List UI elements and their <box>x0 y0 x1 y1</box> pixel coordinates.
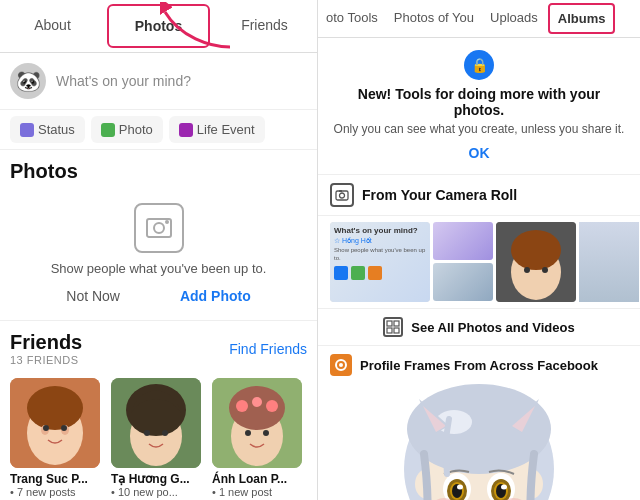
photo-label: Photo <box>119 122 153 137</box>
svg-point-19 <box>236 400 248 412</box>
photo-placeholder-icon <box>134 203 184 253</box>
photos-section-title: Photos <box>0 150 317 187</box>
svg-rect-26 <box>339 190 342 192</box>
photo-promo-text: Show people what you've been up to. <box>51 261 267 276</box>
status-icon <box>20 123 34 137</box>
svg-point-6 <box>27 386 83 430</box>
camera-roll-header: From Your Camera Roll <box>318 175 640 216</box>
friends-grid: Trang Suc P... • 7 new posts Tạ Hương G.… <box>0 370 317 500</box>
strip-main-photo[interactable]: What's on your mind? ☆ Hồng Hốt Show peo… <box>330 222 430 302</box>
tab-photos[interactable]: Photos <box>107 4 210 48</box>
see-all-text: See All Photos and Videos <box>411 320 574 335</box>
user-status-bar: 🐼 What's on your mind? <box>0 53 317 110</box>
camera-roll-title: From Your Camera Roll <box>362 187 517 203</box>
photo-promo: Show people what you've been up to. Not … <box>0 187 317 321</box>
list-item: Tạ Hương G... • 10 new po... <box>111 378 206 498</box>
event-label: Life Event <box>197 122 255 137</box>
photo-strip: What's on your mind? ☆ Hồng Hốt Show peo… <box>318 216 640 309</box>
svg-rect-33 <box>394 321 399 326</box>
svg-point-53 <box>457 485 463 490</box>
status-prompt[interactable]: What's on your mind? <box>56 73 191 89</box>
strip-extra-photo[interactable] <box>579 222 639 302</box>
svg-point-25 <box>340 193 345 198</box>
svg-point-3 <box>165 220 169 224</box>
tab-about[interactable]: About <box>2 4 103 48</box>
svg-point-22 <box>245 430 251 436</box>
tab-uploads[interactable]: Uploads <box>482 0 546 37</box>
frames-icon <box>330 354 352 376</box>
profile-frames-title: Profile Frames From Across Facebook <box>360 358 598 373</box>
friend-photo-3 <box>212 378 302 468</box>
status-label: Status <box>38 122 75 137</box>
tab-photos-of-you[interactable]: Photos of You <box>386 0 482 37</box>
event-button[interactable]: Life Event <box>169 116 265 143</box>
svg-rect-35 <box>394 328 399 333</box>
photo-icon <box>101 123 115 137</box>
svg-point-58 <box>501 485 507 490</box>
friend-posts-2: • 10 new po... <box>111 486 178 498</box>
action-row: Status Photo Life Event <box>0 110 317 150</box>
notification-box: 🔒 New! Tools for doing more with your ph… <box>318 38 640 175</box>
tab-friends[interactable]: Friends <box>214 4 315 48</box>
event-icon <box>179 123 193 137</box>
friend-name-2: Tạ Hương G... <box>111 472 190 486</box>
top-tabs: About Photos Friends <box>0 0 317 53</box>
friends-count: 13 FRIENDS <box>10 354 82 366</box>
list-item: Ánh Loan P... • 1 new post <box>212 378 307 498</box>
svg-rect-34 <box>387 328 392 333</box>
strip-thumb-2[interactable] <box>433 263 493 301</box>
camera-icon <box>330 183 354 207</box>
svg-point-9 <box>43 425 49 431</box>
svg-point-2 <box>154 223 164 233</box>
svg-point-30 <box>524 267 530 273</box>
right-top-tabs: oto Tools Photos of You Uploads Albums <box>318 0 640 38</box>
notification-subtitle: Only you can see what you create, unless… <box>332 122 626 136</box>
photo-button[interactable]: Photo <box>91 116 163 143</box>
friend-name-3: Ánh Loan P... <box>212 472 287 486</box>
svg-point-15 <box>162 430 168 436</box>
right-panel: oto Tools Photos of You Uploads Albums 🔒… <box>318 0 640 500</box>
svg-point-31 <box>542 267 548 273</box>
strip-thumbnails <box>433 222 493 302</box>
svg-point-14 <box>144 430 150 436</box>
friends-title: Friends <box>10 331 82 354</box>
status-button[interactable]: Status <box>10 116 85 143</box>
svg-point-29 <box>511 230 561 270</box>
see-all-photos-button[interactable]: See All Photos and Videos <box>318 309 640 346</box>
friends-header: Friends 13 FRIENDS Find Friends <box>0 321 317 370</box>
tab-photo-tools[interactable]: oto Tools <box>318 0 386 37</box>
notification-lock-icon: 🔒 <box>464 50 494 80</box>
profile-frames-header: Profile Frames From Across Facebook <box>318 346 640 384</box>
find-friends-button[interactable]: Find Friends <box>229 341 307 357</box>
left-panel: About Photos Friends 🐼 What's on your mi… <box>0 0 318 500</box>
friend-photo-1 <box>10 378 100 468</box>
see-all-icon <box>383 317 403 337</box>
anime-character-svg <box>339 384 619 500</box>
notification-ok-button[interactable]: OK <box>469 145 490 161</box>
friend-name-1: Trang Suc P... <box>10 472 88 486</box>
photo-actions: Not Now Add Photo <box>20 288 297 304</box>
friend-posts-3: • 1 new post <box>212 486 272 498</box>
notification-title: New! Tools for doing more with your phot… <box>332 86 626 118</box>
add-photo-button[interactable]: Add Photo <box>180 288 251 304</box>
not-now-button[interactable]: Not Now <box>66 288 120 304</box>
user-avatar: 🐼 <box>10 63 46 99</box>
svg-point-21 <box>266 400 278 412</box>
strip-thumb-1[interactable] <box>433 222 493 260</box>
tab-albums[interactable]: Albums <box>548 3 616 34</box>
list-item: Trang Suc P... • 7 new posts <box>10 378 105 498</box>
friend-posts-1: • 7 new posts <box>10 486 76 498</box>
svg-point-37 <box>339 363 343 367</box>
svg-point-10 <box>61 425 67 431</box>
strip-side-photo[interactable] <box>496 222 576 302</box>
svg-point-23 <box>263 430 269 436</box>
svg-point-20 <box>252 397 262 407</box>
svg-rect-32 <box>387 321 392 326</box>
friends-title-group: Friends 13 FRIENDS <box>10 331 82 366</box>
anime-illustration-area <box>318 384 640 500</box>
friend-photo-2 <box>111 378 201 468</box>
